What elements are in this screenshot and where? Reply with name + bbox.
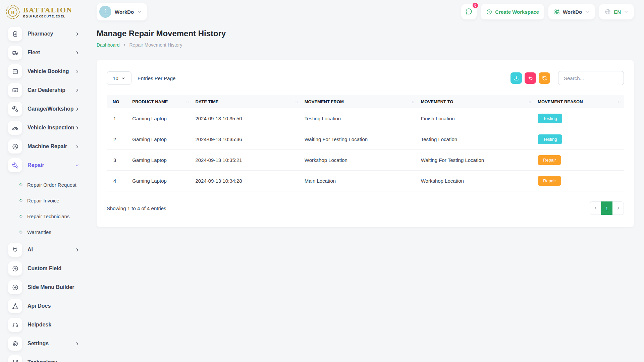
table-actions — [511, 71, 624, 85]
sidebar-subitem-label: Repair Technicians — [27, 214, 69, 219]
breadcrumb-dashboard-link[interactable]: Dashboard — [97, 42, 120, 48]
sidebar-subitem-repair-technicians[interactable]: Repair Technicians — [0, 208, 87, 224]
app-root: B BATTALION EQUIP,EXECUTE,EXEL Pharmacy … — [0, 0, 644, 362]
column-header-product-name: ↑↓PRODUCT NAME — [129, 95, 192, 108]
chevron-down-icon — [585, 9, 590, 14]
wrench-icon — [8, 102, 22, 116]
pagination-page-1-button[interactable]: 1 — [601, 201, 612, 215]
sidebar-item-label: Repair — [28, 162, 44, 168]
cell-product: Gaming Laptop — [129, 150, 192, 171]
table-card: 10 Entries Per Page — [97, 60, 634, 227]
sidebar-subitem-repair-order-request[interactable]: Repair Order Request — [0, 177, 87, 193]
chevron-right-icon — [75, 341, 80, 346]
chevron-right-icon — [122, 43, 127, 47]
sidebar-item-vehicle-booking[interactable]: Vehicle Booking — [8, 64, 80, 78]
sidebar-item-car-dealership[interactable]: Car Dealership — [8, 83, 80, 97]
sidebar-item-pharmacy[interactable]: Pharmacy — [8, 27, 80, 41]
create-workspace-button[interactable]: Create Workspace — [481, 4, 544, 19]
reset-undo-button[interactable] — [525, 72, 536, 84]
entries-per-page-select[interactable]: 10 — [107, 71, 131, 85]
cell-datetime: 2024-09-13 10:35:21 — [192, 150, 301, 171]
search-input[interactable] — [558, 71, 624, 85]
sidebar-item-label: Technology — [28, 359, 57, 362]
cell-datetime: 2024-09-13 10:34:28 — [192, 171, 301, 191]
globe-icon — [604, 8, 611, 15]
sidebar-subitem-label: Repair Order Request — [27, 182, 76, 188]
cell-no: 2 — [107, 129, 129, 150]
chat-badge: 0 — [472, 2, 479, 9]
refresh-button[interactable] — [539, 72, 550, 84]
cell-product: Gaming Laptop — [129, 129, 192, 150]
chevron-right-icon — [75, 32, 80, 37]
breadcrumb: Dashboard Repair Movement History — [97, 42, 634, 48]
language-selector[interactable]: EN — [599, 4, 634, 19]
sidebar-item-label: Api Docs — [28, 303, 51, 309]
sort-icon[interactable]: ↑↓ — [618, 100, 621, 104]
sidebar: B BATTALION EQUIP,EXECUTE,EXEL Pharmacy … — [0, 0, 87, 362]
sidebar-item-machine-repair[interactable]: Machine Repair — [8, 139, 80, 154]
sidebar-subitem-label: Repair Invoice — [27, 198, 59, 203]
sidebar-item-helpdesk[interactable]: Helpdesk — [8, 318, 80, 332]
brand-tagline: EQUIP,EXECUTE,EXEL — [23, 15, 72, 18]
cell-movement-to: Waiting For Testing Location — [418, 150, 534, 171]
showing-entries-text: Showing 1 to 4 of 4 entries — [107, 205, 166, 211]
sidebar-item-custom-field[interactable]: Custom Field — [8, 261, 80, 276]
sidebar-item-technology[interactable]: Technology — [8, 355, 80, 362]
reason-badge: Testing — [538, 114, 562, 123]
sidebar-subitem-repair-invoice[interactable]: Repair Invoice — [0, 193, 87, 208]
entries-per-page-label: Entries Per Page — [138, 75, 175, 81]
sidebar-item-garage-workshop[interactable]: Garage/Workshop — [8, 102, 80, 116]
refresh-icon — [542, 75, 547, 81]
workdo-apps-menu[interactable]: WorkDo — [548, 4, 595, 19]
clipboard-plus-icon — [8, 27, 22, 41]
chevron-left-icon — [593, 206, 598, 210]
sidebar-nav: Pharmacy Fleet Vehicle Booking — [0, 23, 87, 362]
sidebar-item-label: Garage/Workshop — [28, 106, 74, 112]
sidebar-item-api-docs[interactable]: Api Docs — [8, 299, 80, 313]
sidebar-item-settings[interactable]: Settings — [8, 337, 80, 351]
technology-network-icon — [8, 355, 22, 362]
sidebar-item-ai[interactable]: AI — [8, 243, 80, 257]
cell-no: 1 — [107, 108, 129, 129]
apps-grid-icon — [554, 9, 560, 15]
api-network-icon — [8, 299, 22, 313]
sidebar-item-label: Helpdesk — [28, 322, 51, 328]
sidebar-item-vehicle-inspection[interactable]: Vehicle Inspection — [8, 121, 80, 135]
plus-circle-icon — [486, 9, 492, 15]
messages-button[interactable]: 0 — [461, 4, 477, 19]
chat-bubble-icon — [465, 8, 473, 15]
column-header-movement-to: ↑↓MOVEMENT TO — [418, 95, 534, 108]
donut-bullet-icon — [19, 198, 23, 203]
sidebar-item-label: Car Dealership — [28, 87, 65, 93]
table-controls: 10 Entries Per Page — [107, 71, 624, 85]
table-row: 2 Gaming Laptop 2024-09-13 10:35:36 Wait… — [107, 129, 624, 150]
table-footer: Showing 1 to 4 of 4 entries 1 — [107, 201, 624, 215]
column-header-date-time: ↑↓DATE TIME — [192, 95, 301, 108]
sort-icon[interactable]: ↑↓ — [186, 100, 189, 104]
page-title: Manage Repair Movement History — [97, 29, 634, 38]
brand-text: BATTALION EQUIP,EXECUTE,EXEL — [23, 6, 72, 18]
sort-icon[interactable]: ↑↓ — [295, 100, 298, 104]
column-header-movement-reason: ↑↓MOVEMENT REASON — [534, 95, 624, 108]
sidebar-item-fleet[interactable]: Fleet — [8, 46, 80, 60]
export-download-button[interactable] — [511, 72, 522, 84]
chevron-right-icon — [75, 144, 80, 149]
sidebar-item-side-menu-builder[interactable]: Side Menu Builder — [8, 280, 80, 294]
pagination-next-button[interactable] — [612, 201, 624, 215]
pagination-prev-button[interactable] — [590, 201, 601, 215]
chevron-right-icon — [75, 69, 80, 74]
sidebar-subitem-warranties[interactable]: Warranties — [0, 224, 87, 240]
sort-icon[interactable]: ↑↓ — [528, 100, 531, 104]
chevron-right-icon — [75, 125, 80, 130]
repair-wrench-icon — [8, 158, 22, 172]
cell-movement-from: Main Location — [301, 171, 418, 191]
brand-logo[interactable]: B BATTALION EQUIP,EXECUTE,EXEL — [0, 4, 87, 23]
building-icon — [102, 9, 109, 15]
topbar: WorkDo 0 Create Workspace WorkDo — [97, 0, 634, 21]
sort-icon[interactable]: ↑↓ — [412, 100, 414, 104]
topbar-actions: 0 Create Workspace WorkDo EN — [461, 4, 634, 19]
workspace-switcher[interactable]: WorkDo — [97, 3, 147, 20]
sidebar-item-repair[interactable]: Repair — [8, 158, 80, 172]
battalion-emblem-icon: B — [5, 5, 20, 19]
plus-circle-icon — [8, 261, 22, 276]
